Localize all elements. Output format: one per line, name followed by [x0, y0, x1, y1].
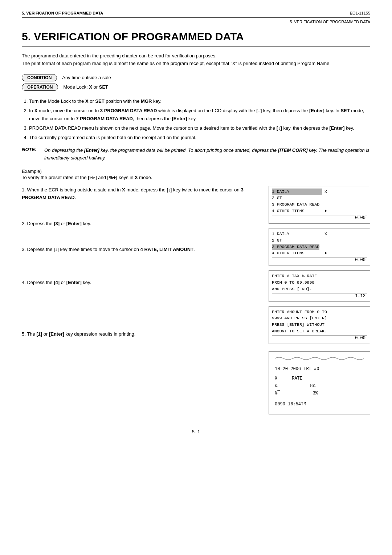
receipt-content: 10-20-2006 FRI #0 X RATE % 5% % 3% 0090 … — [275, 365, 364, 408]
example-steps-col: 1. When the ECR is being outside a sale … — [22, 186, 258, 414]
note-block: NOTE: On depressing the [Enter] key, the… — [22, 147, 370, 162]
receipt-wavy-icon — [275, 355, 364, 362]
condition-badge: CONDITION — [22, 74, 57, 81]
lcd-row: 4 OTHER ITEMS ♦ — [272, 208, 367, 214]
lcd-row: 4 OTHER ITEMS ♦ — [272, 250, 367, 256]
lcd-screen-2: 1 DAILY X 2 GT 3 PROGRAM DATA READ 4 OTH… — [269, 228, 370, 266]
step-1: Turn the Mode Lock to the X or SET posit… — [29, 97, 370, 105]
lcd-row: AMOUNT TO SET A BREAK. — [272, 328, 367, 335]
operation-badge: OPERATION — [22, 84, 58, 91]
example-label: Example) — [22, 169, 370, 174]
receipt-date: 10-20-2006 FRI #0 — [275, 365, 364, 373]
example-step-2: 2. Depress the [3] or [Enter] key. — [22, 220, 258, 227]
lcd-row: 3 PROGRAM DATA READ — [272, 201, 367, 208]
intro-text: The programmed data entered in the prece… — [22, 52, 370, 68]
operation-block: OPERATION Mode Lock: X or SET — [22, 84, 370, 91]
step-2: In X mode, move the cursor on to 3 PROGR… — [29, 107, 370, 123]
lcd-row: AND PRESS [END]. — [272, 286, 367, 292]
condition-text: Any time outside a sale — [62, 75, 111, 80]
example-step-1: 1. When the ECR is being outside a sale … — [22, 186, 258, 202]
example-section: 1. When the ECR is being outside a sale … — [22, 186, 370, 414]
example-desc: To verify the preset rates of the [%-] a… — [22, 175, 370, 180]
step-4: The currently programmed data is printed… — [29, 134, 370, 142]
example-step-4: 4. Depress the [4] or [Enter] key. — [22, 279, 258, 286]
lcd-row: PRESS [ENTER] WITHOUT — [272, 321, 367, 328]
lcd-row: 2 GT — [272, 195, 367, 201]
receipt-box: 10-20-2006 FRI #0 X RATE % 5% % 3% 0090 … — [269, 351, 370, 414]
step-3: PROGRAM DATA READ menu is shown on the n… — [29, 124, 370, 132]
receipt-row-1: % 5% — [275, 382, 364, 390]
note-label: NOTE: — [22, 147, 40, 162]
lcd-screen-3: ENTER A TAX % RATE FROM 0 TO 99.9999 AND… — [269, 270, 370, 301]
lcd-row: ENTER AMOUNT FROM 0 TO — [272, 309, 367, 315]
operation-text: Mode Lock: X or SET — [63, 84, 108, 90]
sub-header: 5. VERIFICATION OF PROGRAMMED DATA — [22, 20, 370, 24]
lcd-row: ENTER A TAX % RATE — [272, 273, 367, 279]
lcd-value: 0.00 — [272, 335, 367, 341]
condition-block: CONDITION Any time outside a sale — [22, 74, 370, 81]
receipt-header-row: X RATE — [275, 375, 364, 382]
lcd-screen-4: ENTER AMOUNT FROM 0 TO 9999 AND PRESS [E… — [269, 306, 370, 344]
header: 5. VERIFICATION OF PROGRAMMED DATA EO1-1… — [22, 11, 370, 18]
lcd-row: 1 DAILY X — [272, 231, 367, 237]
lcd-row: FROM 0 TO 99.9999 — [272, 279, 367, 286]
lcd-screens-col: 1 DAILY X 2 GT 3 PROGRAM DATA READ 4 OTH… — [269, 186, 370, 414]
receipt-row-2: % 3% — [275, 390, 364, 397]
lcd-row: 3 PROGRAM DATA READ — [272, 244, 367, 250]
page-footer: 5- 1 — [22, 429, 370, 434]
chapter-title: 5. VERIFICATION OF PROGRAMMED DATA — [22, 31, 370, 46]
lcd-value: 1.12 — [272, 293, 367, 299]
header-left: 5. VERIFICATION OF PROGRAMMED DATA — [22, 11, 103, 15]
page: 5. VERIFICATION OF PROGRAMMED DATA EO1-1… — [0, 0, 392, 555]
lcd-row: 1 DAILY X — [272, 189, 367, 195]
lcd-value: 0.00 — [272, 257, 367, 263]
lcd-value: 0.00 — [272, 215, 367, 220]
example-step-3: 3. Depress the [↓] key three times to mo… — [22, 246, 258, 253]
lcd-row: 9999 AND PRESS [ENTER] — [272, 315, 367, 321]
steps-list: Turn the Mode Lock to the X or SET posit… — [29, 97, 370, 142]
note-content: On depressing the [Enter] key, the progr… — [44, 147, 370, 162]
header-right: EO1-11155 — [350, 11, 370, 15]
lcd-row: 2 GT — [272, 237, 367, 244]
example-step-5: 5. The [1] or [Enter] key depression res… — [22, 330, 258, 338]
receipt-footer: 0090 16:54TM — [275, 401, 364, 408]
lcd-screen-1: 1 DAILY X 2 GT 3 PROGRAM DATA READ 4 OTH… — [269, 186, 370, 224]
